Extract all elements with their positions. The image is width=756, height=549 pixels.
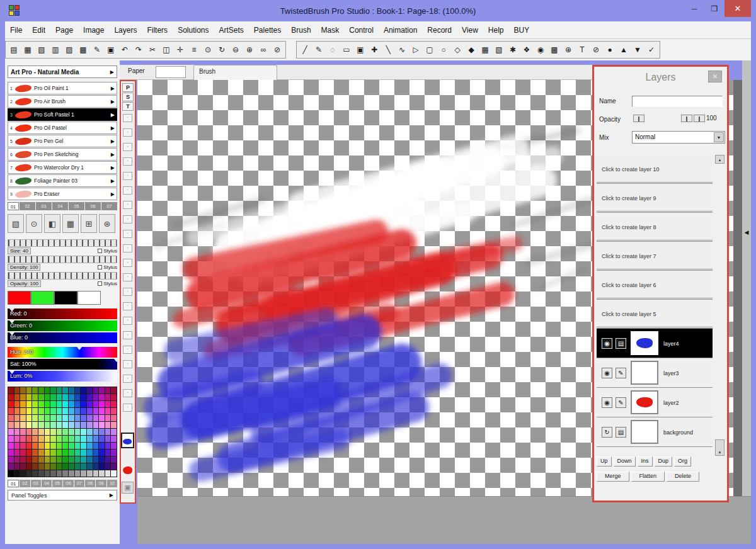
palette-cell[interactable]	[99, 408, 105, 414]
pattern-icon[interactable]: ▦	[478, 42, 492, 57]
palette-cell[interactable]	[87, 463, 93, 470]
palette-cell[interactable]	[87, 450, 93, 456]
palette-cell[interactable]	[26, 463, 32, 470]
palette-cell[interactable]	[20, 422, 26, 428]
palette-cell[interactable]	[20, 443, 26, 449]
strip-shortcut-button[interactable]: ·	[123, 317, 132, 325]
palette-cell[interactable]	[57, 443, 62, 449]
palette-cell[interactable]	[93, 429, 99, 435]
menu-help[interactable]: Help	[483, 21, 509, 39]
strip-page-thumbnail[interactable]	[121, 433, 134, 448]
palette-cell[interactable]	[105, 422, 111, 428]
palette-cell[interactable]	[32, 422, 38, 428]
palette-cell[interactable]	[81, 463, 86, 470]
stylus-checkbox[interactable]	[98, 281, 102, 286]
palette-cell[interactable]	[38, 443, 44, 449]
palette-cell[interactable]	[105, 408, 111, 414]
palette-cell[interactable]	[20, 387, 26, 393]
slider-track[interactable]	[8, 256, 117, 263]
layer-placeholder[interactable]: Click to create layer 9	[597, 184, 713, 213]
palette-cell[interactable]	[105, 429, 111, 435]
menu-view[interactable]: View	[457, 21, 483, 39]
palette-cell[interactable]	[111, 401, 117, 407]
palette-cell[interactable]	[111, 387, 117, 393]
polygon-shape-icon[interactable]: ◇	[450, 42, 464, 57]
layer-mode-icon[interactable]: ✎	[616, 368, 626, 378]
strip-shortcut-button[interactable]: ·	[123, 389, 132, 397]
palette-cell[interactable]	[111, 415, 117, 421]
palette-cell[interactable]	[26, 415, 32, 421]
layer-mode-icon[interactable]: ▤	[616, 427, 626, 438]
palette-cell[interactable]	[62, 470, 68, 477]
colorbar-sat[interactable]: Sat: 100%	[8, 359, 117, 370]
layer-mode-icon[interactable]: ✎	[616, 397, 626, 408]
strip-shortcut-button[interactable]: ·	[123, 244, 132, 252]
layer-thumbnail[interactable]	[631, 331, 658, 355]
close-button[interactable]: ✕	[724, 0, 751, 17]
rect-shape-icon[interactable]: ▢	[423, 42, 437, 57]
stamp-tool-icon[interactable]: ▲	[617, 42, 631, 57]
down-button[interactable]: Down	[614, 456, 636, 467]
flower-icon[interactable]: ❖	[520, 42, 534, 57]
palette-cell[interactable]	[20, 450, 26, 456]
palette-cell[interactable]	[62, 422, 68, 428]
menu-brush[interactable]: Brush	[286, 21, 316, 39]
palette-cell[interactable]	[75, 415, 81, 421]
strip-shortcut-button[interactable]: ·	[123, 230, 132, 238]
palette-cell[interactable]	[50, 415, 56, 421]
palette-cell[interactable]	[26, 436, 32, 442]
palette-cell[interactable]	[32, 394, 38, 400]
palette-cell[interactable]	[26, 387, 32, 393]
palette-cell[interactable]	[111, 450, 117, 456]
palette-cell[interactable]	[75, 387, 81, 393]
palette-cell[interactable]	[69, 415, 74, 421]
merge-button[interactable]: Merge	[597, 472, 629, 482]
layer-row-layer4[interactable]: ◉▤layer4	[597, 329, 713, 358]
palette-cell[interactable]	[26, 443, 32, 449]
swatch-0[interactable]	[8, 291, 31, 305]
palette-tab-03[interactable]: 03	[31, 480, 41, 487]
strip-button-s[interactable]: S	[122, 93, 134, 101]
palette-cell[interactable]	[69, 387, 74, 393]
palette-cell[interactable]	[26, 401, 32, 407]
flatten-button[interactable]: Flatten	[631, 472, 665, 482]
mixer-icon[interactable]: ◧	[44, 214, 60, 233]
palette-cell[interactable]	[87, 470, 93, 477]
strip-shortcut-button[interactable]: ·	[123, 215, 132, 224]
palette-cell[interactable]	[81, 429, 86, 435]
copy-icon[interactable]: ◫	[159, 42, 173, 57]
palette-cell[interactable]	[62, 394, 68, 400]
lock-icon[interactable]: ⊕	[561, 42, 575, 57]
palette-cell[interactable]	[38, 394, 44, 400]
strip-shortcut-button[interactable]: ·	[123, 375, 132, 383]
palette-cell[interactable]	[81, 387, 86, 393]
pen-icon[interactable]: ✎	[90, 42, 104, 57]
vector-tool-icon[interactable]: ▼	[631, 42, 644, 57]
palette-cell[interactable]	[105, 387, 111, 393]
brush-item-pro-oil-pastel[interactable]: 4Pro Oil Pastel▶	[8, 122, 117, 134]
palette-cell[interactable]	[69, 456, 74, 463]
layer-placeholder[interactable]: Click to create layer 6	[597, 271, 713, 300]
palette-cell[interactable]	[105, 456, 111, 463]
brush-item-pro-air-brush[interactable]: 2Pro Air Brush▶	[8, 95, 117, 108]
palette-tab-08[interactable]: 08	[85, 480, 95, 487]
palette-cell[interactable]	[75, 394, 81, 400]
layer-name-input[interactable]	[632, 96, 723, 107]
palette-cell[interactable]	[62, 408, 68, 414]
crop-icon[interactable]: ▣	[353, 42, 367, 57]
line-tool-icon[interactable]: ╲	[381, 42, 395, 57]
tab-brush[interactable]: Brush	[193, 65, 277, 80]
slider-marker-icon[interactable]	[114, 359, 119, 362]
palette-cell[interactable]	[99, 394, 105, 400]
table-icon[interactable]: ▩	[547, 42, 561, 57]
palette-cell[interactable]	[8, 387, 14, 393]
palette-cell[interactable]	[81, 436, 86, 442]
palette-cell[interactable]	[50, 443, 56, 449]
strip-shortcut-button[interactable]: ·	[123, 360, 132, 368]
strip-button-p[interactable]: P	[122, 83, 134, 92]
slider-marker-icon[interactable]	[9, 308, 14, 312]
opacity-slider-thumb[interactable]	[681, 115, 692, 122]
minimize-button[interactable]: ─	[684, 0, 704, 17]
palette-cell[interactable]	[45, 387, 50, 393]
palette-cell[interactable]	[93, 401, 99, 407]
